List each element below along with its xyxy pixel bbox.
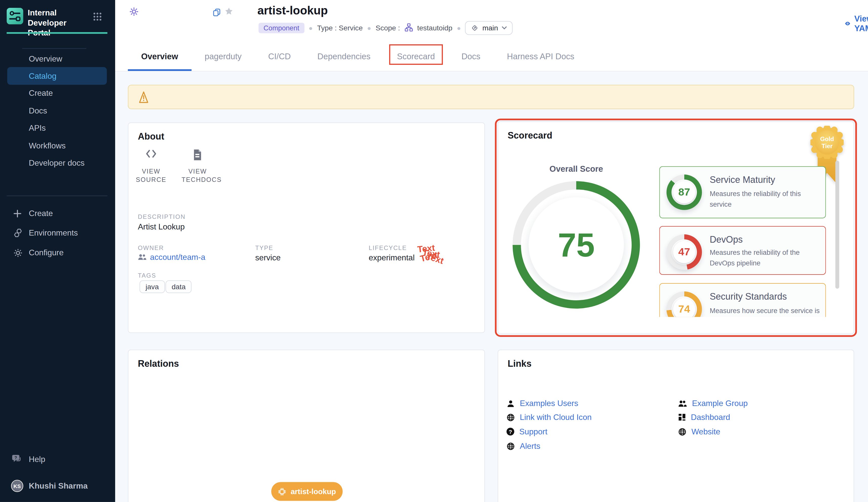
sidebar-nav: Overview Catalog Create Docs APIs Workfl… (0, 50, 115, 172)
chevron-down-icon (501, 26, 507, 30)
type-label: Type : Service (317, 24, 363, 32)
tab-pagerduty[interactable]: pagerduty (191, 41, 255, 71)
relation-node-artist-lookup[interactable]: artist-lookup (271, 482, 343, 501)
relations-card: Relations artist-lookup (128, 350, 485, 502)
globe-icon (507, 413, 515, 421)
sidebar-item-docs[interactable]: Docs (0, 102, 115, 120)
svg-text:?: ? (14, 455, 17, 460)
score-value: 74 (679, 303, 690, 315)
link-label[interactable]: Alerts (520, 441, 540, 450)
overall-score-label: Overall Score (531, 164, 621, 173)
relations-title: Relations (138, 358, 179, 369)
avatar: KS (11, 480, 23, 492)
tab-cicd[interactable]: CI/CD (255, 41, 304, 71)
relation-node-label: artist-lookup (291, 487, 336, 496)
globe-icon (507, 442, 515, 450)
link-label[interactable]: Link with Cloud Icon (520, 413, 592, 422)
link-row[interactable]: Alerts (507, 441, 540, 450)
sidebar-item-catalog[interactable]: Catalog (7, 67, 107, 85)
link-label[interactable]: Dashboard (691, 413, 730, 422)
branch-selector[interactable]: main (465, 21, 512, 35)
view-yaml-button[interactable]: View YAML (845, 14, 868, 33)
link-row[interactable]: Dashboard (678, 413, 730, 422)
scorecard-item-devops[interactable]: 47 DevOps Measures the reliability of th… (659, 226, 826, 275)
scorecard-item-service-maturity[interactable]: 87 Service Maturity Measures the reliabi… (659, 166, 826, 218)
view-source-link[interactable]: VIEW SOURCE (135, 168, 167, 184)
score-value: 47 (679, 246, 690, 258)
links-card: Links Examples Users Link with Cloud Ico… (498, 350, 854, 502)
tab-dependencies[interactable]: Dependencies (304, 41, 384, 71)
copy-icon[interactable] (213, 8, 221, 19)
group-icon (678, 400, 687, 407)
dot-separator: ● (457, 24, 461, 32)
about-card: About VIEW SOURCE VIEW TECHDOCS DESCRIPT… (128, 122, 485, 333)
sidebar-item-overview[interactable]: Overview (0, 50, 115, 67)
star-icon[interactable] (224, 7, 234, 18)
tab-bar: Overview pagerduty CI/CD Dependencies Sc… (128, 41, 588, 71)
owner-link[interactable]: account/team-a (150, 253, 206, 262)
scrollbar-thumb[interactable] (835, 161, 839, 289)
warning-icon (138, 91, 149, 103)
link-row[interactable]: Website (678, 427, 721, 436)
tag-data[interactable]: data (165, 280, 192, 293)
help-button[interactable]: ? Help (0, 450, 115, 469)
scorecard-title: Scorecard (508, 130, 552, 141)
scorecard-item-security-standards[interactable]: 74 Security Standards Measures how secur… (659, 283, 826, 317)
sidebar-item-label: Environments (0, 228, 78, 237)
overall-score-value: 75 (558, 226, 595, 264)
page-title: artist-lookup (257, 4, 328, 17)
sidebar-item-workflows[interactable]: Workflows (0, 137, 115, 154)
user-menu[interactable]: KS Khushi Sharma (0, 476, 115, 495)
sidebar-item-create-secondary[interactable]: Create (0, 204, 115, 223)
branch-value: main (482, 24, 498, 32)
dashboard-icon (678, 413, 686, 421)
description-label: DESCRIPTION (138, 213, 186, 220)
sidebar-accent-line (7, 32, 107, 34)
lifecycle-value: experimental (369, 253, 415, 262)
sidebar-item-developer-docs[interactable]: Developer docs (0, 154, 115, 172)
sidebar-item-configure[interactable]: Configure (0, 243, 115, 262)
link-label[interactable]: Examples Users (520, 399, 578, 408)
link-label[interactable]: Example Group (692, 399, 747, 408)
type-label: TYPE (255, 244, 273, 251)
link-label[interactable]: Support (519, 427, 547, 436)
view-techdocs-link[interactable]: VIEW TECHDOCS (182, 168, 214, 184)
warning-banner (128, 85, 854, 109)
link-row[interactable]: Examples Users (507, 399, 578, 408)
link-label[interactable]: Website (691, 427, 720, 436)
link-row[interactable]: Link with Cloud Icon (507, 413, 592, 422)
scope-value: testautoidp (417, 24, 452, 32)
score-item-description: Measures the reliability of the DevOps p… (710, 248, 820, 269)
sidebar-item-label: Create (0, 209, 53, 218)
sidebar-item-environments[interactable]: Environments (0, 223, 115, 242)
tag-java[interactable]: java (140, 280, 165, 293)
view-yaml-label: View YAML (854, 14, 868, 33)
sidebar: Internal Developer Portal Overview Catal… (0, 0, 115, 502)
score-item-title: Service Maturity (710, 174, 775, 185)
sidebar-item-create[interactable]: Create (0, 84, 115, 102)
tab-scorecard[interactable]: Scorecard (384, 41, 448, 71)
people-icon (138, 254, 147, 260)
app-grid-icon[interactable] (93, 12, 102, 23)
document-icon[interactable] (193, 149, 202, 163)
link-row[interactable]: ? Support (507, 427, 547, 436)
help-chat-icon: ? (12, 454, 23, 464)
tab-docs[interactable]: Docs (448, 41, 494, 71)
score-value: 87 (679, 186, 690, 198)
code-icon[interactable] (145, 149, 157, 161)
tab-overview[interactable]: Overview (128, 41, 191, 71)
overall-score-ring: 75 (513, 181, 640, 309)
sidebar-item-apis[interactable]: APIs (0, 120, 115, 137)
eye-icon (845, 20, 850, 27)
about-title: About (138, 131, 164, 142)
tab-harness-api-docs[interactable]: Harness API Docs (494, 41, 588, 71)
help-circle-icon: ? (507, 428, 515, 436)
score-item-title: Security Standards (710, 292, 787, 302)
user-icon (507, 399, 515, 408)
type-value: service (255, 253, 280, 262)
link-row[interactable]: Example Group (678, 399, 748, 408)
gear-icon (13, 248, 23, 257)
rosette-icon: Gold Tier (810, 126, 844, 159)
hexagons-icon (13, 228, 23, 237)
scorecard-card: Scorecard Gold Tier Overall Score 75 87 (498, 121, 854, 334)
